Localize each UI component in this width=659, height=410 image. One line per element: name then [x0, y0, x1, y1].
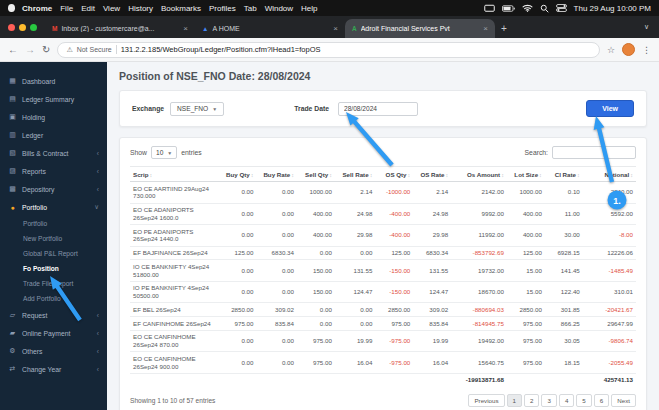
cell-os_rate: 131.55	[413, 260, 451, 282]
pagination-previous[interactable]: Previous	[468, 394, 504, 407]
column-header-scrip[interactable]: Scrip↕	[130, 167, 221, 182]
browser-tab[interactable]: AAdroit Financial Services Pvt×	[345, 19, 495, 38]
sidebar-item-dashboard[interactable]: ▦Dashboard	[0, 72, 107, 90]
sidebar-item-ledger[interactable]: ▥Ledger	[0, 126, 107, 144]
sidebar-item-online-payment[interactable]: ▰Online Payment‹	[0, 324, 107, 342]
cell-cl_rate: 6928.15	[545, 246, 583, 260]
sidebar-subitem-portfolio[interactable]: Portfolio	[0, 216, 107, 231]
sidebar-item-reports[interactable]: ▨Reports‹	[0, 162, 107, 180]
sidebar-item-bills-contract[interactable]: ▧Bills & Contract‹	[0, 144, 107, 162]
page-size-value: 10	[156, 149, 163, 156]
bookmark-star-icon[interactable]: ☆	[607, 45, 615, 55]
page-size-select[interactable]: 10 ▼	[151, 146, 177, 159]
wifi-icon[interactable]	[522, 4, 533, 12]
menu-item-chrome[interactable]: Chrome	[22, 4, 52, 13]
sidebar-subitem-add-portfolio[interactable]: Add Portfolio	[0, 291, 107, 306]
tab-close-icon[interactable]: ×	[183, 24, 188, 33]
sidebar-item-change-year[interactable]: ⇄Change Year‹	[0, 360, 107, 378]
new-tab-button[interactable]: +	[495, 19, 513, 38]
pagination-page-4[interactable]: 4	[559, 394, 574, 407]
browser-tab[interactable]: ▲A HOME×	[195, 19, 345, 38]
app-shell: ▦Dashboard▤Ledger Summary▣Holding▥Ledger…	[0, 62, 659, 410]
cell-sell_rate: 29.98	[335, 225, 375, 247]
browser-menu-icon[interactable]: ⋮	[642, 45, 651, 55]
cell-os_amount: 11992.00	[451, 225, 507, 247]
menu-item-file[interactable]: File	[60, 4, 73, 13]
column-header-lot-size[interactable]: Lot Size↕	[507, 167, 545, 182]
sidebar-item-holding[interactable]: ▣Holding	[0, 108, 107, 126]
cell-lot_size: 2850.00	[507, 303, 545, 317]
chevron-left-icon: ‹	[97, 330, 99, 337]
control-center-icon[interactable]	[556, 4, 567, 12]
pagination-page-2[interactable]: 2	[524, 394, 539, 407]
cell-sell_qty: 1000.00	[297, 182, 335, 204]
sidebar-item-label: Request	[22, 312, 47, 319]
column-header-cl-rate[interactable]: Cl Rate↕	[545, 167, 583, 182]
cell-sell_rate: 0.00	[335, 303, 375, 317]
menu-item-help[interactable]: Help	[301, 4, 317, 13]
menu-item-profiles[interactable]: Profiles	[209, 4, 236, 13]
pagination-page-6[interactable]: 6	[594, 394, 609, 407]
cell-buy_qty: 0.00	[221, 203, 256, 225]
view-button[interactable]: View	[586, 100, 634, 117]
profile-avatar[interactable]	[622, 43, 635, 56]
table-row: EO PE ADANIPORTS 26Sep24 1440.00.000.004…	[130, 225, 636, 247]
tab-close-icon[interactable]: ×	[333, 24, 338, 33]
back-button[interactable]: ←	[8, 45, 18, 55]
column-header-notional[interactable]: Notional↕	[583, 167, 636, 182]
sidebar-subitem-new-portfolio[interactable]: New Portfolio	[0, 231, 107, 246]
menu-item-tab[interactable]: Tab	[244, 4, 257, 13]
forward-button[interactable]: →	[25, 45, 35, 55]
minimize-window-button[interactable]	[19, 24, 26, 31]
screen-mirroring-icon[interactable]	[484, 4, 495, 13]
reload-button[interactable]: ↻	[42, 45, 50, 55]
menu-item-history[interactable]: History	[128, 4, 153, 13]
close-window-button[interactable]	[8, 24, 15, 31]
menu-item-window[interactable]: Window	[265, 4, 293, 13]
sidebar-subitem-global-p-l-report[interactable]: Global P&L Report	[0, 246, 107, 261]
menu-item-view[interactable]: View	[103, 4, 120, 13]
pagination-page-3[interactable]: 3	[541, 394, 556, 407]
browser-tab[interactable]: MInbox (2) - customercare@a...×	[45, 19, 195, 38]
macos-menu-bar: ChromeFileEditViewHistoryBookmarksProfil…	[0, 0, 659, 16]
pagination-page-1[interactable]: 1	[507, 394, 522, 407]
tab-favicon-icon: A	[352, 25, 357, 32]
apple-logo-icon[interactable]	[8, 4, 15, 12]
column-header-buy-qty[interactable]: Buy Qty↕	[221, 167, 256, 182]
column-header-os-qty[interactable]: OS Qty↕	[375, 167, 413, 182]
cell-lot_size: 15.00	[507, 260, 545, 282]
address-bar[interactable]: ⚠ Not Secure 131.2.2.185/WebGroup/Ledger…	[57, 42, 600, 58]
pagination-page-5[interactable]: 5	[576, 394, 591, 407]
column-header-os-amount[interactable]: Os Amount↕	[451, 167, 507, 182]
column-header-sell-rate[interactable]: Sell Rate↕	[335, 167, 375, 182]
zoom-window-button[interactable]	[30, 24, 37, 31]
sidebar-item-depository[interactable]: ▩Depository‹	[0, 180, 107, 198]
pagination-next[interactable]: Next	[611, 394, 636, 407]
sidebar-item-ledger-summary[interactable]: ▤Ledger Summary	[0, 90, 107, 108]
column-header-os-rate[interactable]: OS Rate↕	[413, 167, 451, 182]
tab-search-chevron-icon[interactable]: ∨	[644, 23, 653, 31]
tab-close-icon[interactable]: ×	[483, 24, 488, 33]
sidebar-subitem-trade-file-export[interactable]: Trade File Export	[0, 276, 107, 291]
column-header-sell-qty[interactable]: Sell Qty↕	[297, 167, 335, 182]
positions-panel: Show 10 ▼ entries Search: Scrip↕Buy Qty↕…	[119, 137, 647, 410]
trade-date-input[interactable]	[338, 102, 418, 116]
column-label: OS Qty	[386, 171, 407, 178]
sidebar-item-request[interactable]: ▱Request‹	[0, 306, 107, 324]
battery-icon	[502, 5, 515, 12]
menu-item-bookmarks[interactable]: Bookmarks	[161, 4, 201, 13]
search-input[interactable]	[552, 146, 636, 159]
sidebar-item-others[interactable]: ⚙Others‹	[0, 342, 107, 360]
cell-cl_rate: 11.00	[545, 203, 583, 225]
sidebar-subitem-fo-position[interactable]: Fo Position	[0, 261, 107, 276]
spotlight-search-icon[interactable]	[540, 4, 549, 13]
cell-scrip: EF BEL 26Sep24	[130, 303, 221, 317]
cell-notional: 2040.00	[583, 182, 636, 204]
menu-item-edit[interactable]: Edit	[81, 4, 95, 13]
sidebar-item-portfolio[interactable]: ●Portfolio∨	[0, 198, 107, 216]
cell-lot_size: 400.00	[507, 225, 545, 247]
column-header-buy-rate[interactable]: Buy Rate↕	[257, 167, 297, 182]
cell-sell_rate: 24.98	[335, 203, 375, 225]
table-row: IO PE BANKNIFTY 4Sep24 50500.000.000.001…	[130, 281, 636, 303]
exchange-select[interactable]: NSE_FNO ▼	[170, 102, 224, 116]
